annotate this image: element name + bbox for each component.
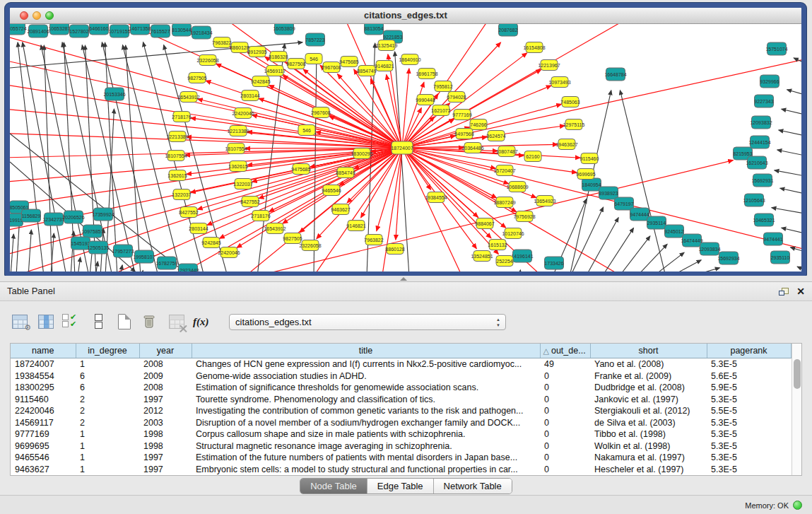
table-cell[interactable]: Yano et al. (2008): [590, 358, 707, 370]
new-file-button[interactable]: [114, 313, 134, 330]
table-cell[interactable]: 1997: [139, 394, 192, 405]
table-row[interactable]: 2242004622012Investigating the contribut…: [11, 405, 791, 416]
table-cell[interactable]: 1: [76, 452, 139, 463]
tab-node-table[interactable]: Node Table: [300, 479, 367, 493]
table-cell[interactable]: 1: [76, 428, 139, 440]
table-cell[interactable]: Corpus callosum shape and size in male p…: [192, 428, 540, 440]
column-header-pagerank[interactable]: pagerank: [707, 344, 791, 358]
zoom-window-button[interactable]: [45, 11, 54, 20]
table-cell[interactable]: 9465546: [11, 452, 76, 463]
delete-table-button[interactable]: ❌: [167, 313, 187, 330]
table-cell[interactable]: 5.3E-5: [707, 440, 791, 452]
scrollbar-thumb[interactable]: [794, 359, 801, 389]
table-cell[interactable]: 1998: [139, 440, 192, 452]
table-cell[interactable]: Franke et al. (2009): [590, 370, 707, 382]
table-cell[interactable]: Disruption of a novel member of a sodium…: [192, 417, 540, 428]
table-cell[interactable]: 0: [540, 440, 590, 452]
table-cell[interactable]: 1: [76, 358, 139, 370]
table-cell[interactable]: 5.5E-5: [707, 405, 791, 416]
table-row[interactable]: 946554611997Estimation of the future num…: [11, 452, 791, 463]
table-cell[interactable]: 5.3E-5: [707, 358, 791, 370]
table-cell[interactable]: 2: [76, 394, 139, 405]
table-row[interactable]: 911546021997Tourette syndrome. Phenomeno…: [11, 394, 791, 405]
column-header-short[interactable]: short: [590, 344, 707, 358]
table-cell[interactable]: 9777169: [11, 428, 76, 440]
table-cell[interactable]: Tourette syndrome. Phenomenology and cla…: [192, 394, 540, 405]
table-cell[interactable]: 18724007: [11, 358, 76, 370]
table-cell[interactable]: 6: [76, 382, 139, 393]
table-cell[interactable]: 2: [76, 417, 139, 428]
table-cell[interactable]: Changes of HCN gene expression and I(f) …: [192, 358, 540, 370]
table-scrollbar[interactable]: [792, 344, 802, 475]
table-cell[interactable]: Genome-wide association studies in ADHD.: [192, 370, 540, 382]
table-cell[interactable]: Estimation of significance thresholds fo…: [192, 382, 540, 393]
table-cell[interactable]: Wolkin et al. (1998): [590, 440, 707, 452]
column-header-name[interactable]: name: [11, 344, 76, 358]
table-cell[interactable]: 1997: [139, 463, 192, 475]
memory-ok-icon[interactable]: [793, 501, 802, 510]
table-cell[interactable]: 5.3E-5: [707, 452, 791, 463]
table-cell[interactable]: Hescheler et al. (1997): [590, 463, 707, 475]
select-columns-button[interactable]: [36, 313, 56, 330]
table-cell[interactable]: 5.3E-5: [707, 428, 791, 440]
close-panel-icon[interactable]: ✕: [796, 286, 805, 296]
row-height-button[interactable]: [88, 313, 108, 330]
table-cell[interactable]: 2: [76, 405, 139, 416]
node-table[interactable]: namein_degreeyeartitle△out_de...shortpag…: [11, 344, 792, 475]
table-cell[interactable]: 18300295: [11, 382, 76, 393]
table-select-dropdown[interactable]: citations_edges.txt ▲▼: [229, 314, 506, 330]
table-cell[interactable]: 9115460: [11, 394, 76, 405]
delete-button[interactable]: [141, 313, 160, 330]
column-header-year[interactable]: year: [139, 344, 192, 358]
table-cell[interactable]: 49: [540, 358, 590, 370]
table-cell[interactable]: Stergiakouli et al. (2012): [590, 405, 707, 416]
column-header-in_degree[interactable]: in_degree: [76, 344, 139, 358]
table-cell[interactable]: 0: [540, 417, 590, 428]
table-cell[interactable]: 2009: [139, 370, 192, 382]
tab-network-table[interactable]: Network Table: [434, 479, 512, 493]
tab-edge-table[interactable]: Edge Table: [367, 479, 434, 493]
table-cell[interactable]: 5.9E-5: [707, 382, 791, 393]
column-header-out_de[interactable]: △out_de...: [540, 344, 590, 358]
table-row[interactable]: 1938455462009Genome-wide association stu…: [11, 370, 791, 382]
float-panel-icon[interactable]: [779, 288, 788, 296]
table-cell[interactable]: Estimation of the future numbers of pati…: [192, 452, 540, 463]
table-cell[interactable]: 14569117: [11, 417, 76, 428]
table-row[interactable]: 1456911722003Disruption of a novel membe…: [11, 417, 791, 428]
table-cell[interactable]: 9699695: [11, 440, 76, 452]
table-cell[interactable]: Embryonic stem cells: a model to study s…: [192, 463, 540, 475]
table-cell[interactable]: 6: [76, 370, 139, 382]
table-cell[interactable]: Investigating the contribution of common…: [192, 405, 540, 416]
column-header-title[interactable]: title: [192, 344, 540, 358]
table-cell[interactable]: 22420046: [11, 405, 76, 416]
table-row[interactable]: 1872400712008Changes of HCN gene express…: [11, 358, 791, 370]
table-row[interactable]: 1830029562008Estimation of significance …: [11, 382, 791, 393]
toggle-columns-button[interactable]: ✔✔: [62, 313, 82, 330]
table-cell[interactable]: Dudbridge et al. (2008): [590, 382, 707, 393]
table-cell[interactable]: 5.3E-5: [707, 394, 791, 405]
table-cell[interactable]: 5.3E-5: [707, 417, 791, 428]
table-cell[interactable]: 0: [540, 428, 590, 440]
table-cell[interactable]: 5.6E-5: [707, 370, 791, 382]
table-cell[interactable]: 2012: [139, 405, 192, 416]
table-cell[interactable]: de Silva et al. (2003): [590, 417, 707, 428]
table-cell[interactable]: Tibbo et al. (1998): [590, 428, 707, 440]
split-handle-icon[interactable]: [400, 277, 407, 281]
table-cell[interactable]: 2003: [139, 417, 192, 428]
table-cell[interactable]: 5.3E-5: [707, 463, 791, 475]
window-titlebar[interactable]: citations_edges.txt: [10, 8, 801, 24]
function-builder-button[interactable]: f(x): [193, 313, 213, 330]
table-row[interactable]: 969969511998Structural magnetic resonanc…: [11, 440, 791, 452]
table-row[interactable]: 977716911998Corpus callosum shape and si…: [11, 428, 791, 440]
table-cell[interactable]: 0: [540, 394, 590, 405]
table-cell[interactable]: Nakamura et al. (1997): [590, 452, 707, 463]
table-cell[interactable]: 0: [540, 382, 590, 393]
table-cell[interactable]: 1997: [139, 452, 192, 463]
table-cell[interactable]: 0: [540, 405, 590, 416]
table-cell[interactable]: Jankovic et al. (1997): [590, 394, 707, 405]
table-cell[interactable]: 0: [540, 463, 590, 475]
table-cell[interactable]: 1: [76, 440, 139, 452]
table-cell[interactable]: Structural magnetic resonance image aver…: [192, 440, 540, 452]
close-window-button[interactable]: [20, 11, 28, 20]
table-cell[interactable]: 2008: [139, 358, 192, 370]
